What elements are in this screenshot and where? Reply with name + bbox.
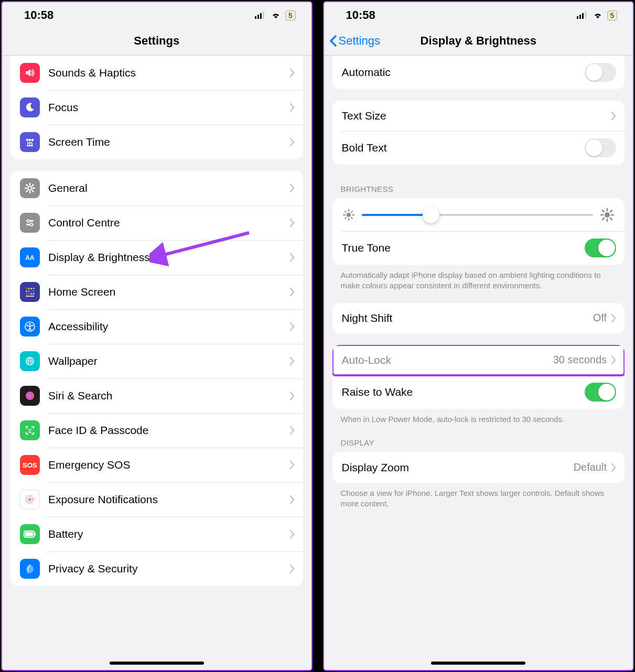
settings-item-screentime[interactable]: Screen Time: [10, 125, 303, 159]
chevron-left-icon: [329, 35, 338, 47]
chevron-right-icon: [289, 565, 295, 573]
sun-large-icon: [600, 208, 614, 222]
svg-line-17: [33, 185, 34, 186]
wifi-icon: [271, 12, 281, 19]
status-bar: 10:58 5: [2, 2, 311, 26]
svg-rect-34: [33, 293, 35, 295]
chevron-right-icon: [289, 322, 295, 331]
display-zoom-row[interactable]: Display Zoom Default: [332, 452, 625, 483]
text-size-row[interactable]: Text Size: [332, 101, 625, 131]
settings-item-focus[interactable]: Focus: [10, 90, 303, 125]
svg-line-16: [27, 191, 28, 192]
svg-rect-27: [26, 290, 27, 292]
settings-item-siri[interactable]: Siri & Search: [10, 378, 303, 413]
true-tone-row[interactable]: True Tone: [332, 231, 625, 265]
settings-item-wallpaper[interactable]: Wallpaper: [10, 344, 303, 378]
night-shift-group: Night Shift Off: [332, 303, 625, 333]
svg-point-9: [28, 187, 32, 190]
privacy-icon: [20, 559, 40, 579]
focus-icon: [20, 97, 40, 117]
chevron-right-icon: [289, 288, 295, 296]
bold-text-label: Bold Text: [342, 142, 387, 154]
raise-to-wake-toggle[interactable]: [585, 383, 616, 402]
cellular-icon: [255, 12, 266, 19]
display-zoom-group: Display Zoom Default: [332, 452, 625, 483]
settings-item-display[interactable]: AA Display & Brightness: [10, 240, 303, 275]
svg-point-41: [31, 361, 34, 364]
display-brightness-screen: 10:58 5 Settings Display & Brightness Au…: [323, 1, 634, 671]
svg-rect-4: [26, 139, 28, 141]
svg-point-44: [31, 429, 32, 430]
chevron-right-icon: [289, 392, 295, 400]
settings-item-control[interactable]: Control Centre: [10, 205, 303, 240]
svg-rect-23: [26, 288, 27, 289]
svg-rect-28: [28, 290, 30, 292]
navbar: Settings Display & Brightness: [324, 26, 633, 56]
chevron-right-icon: [289, 138, 295, 146]
chevron-right-icon: [289, 530, 295, 538]
home-indicator[interactable]: [110, 662, 204, 665]
svg-rect-32: [28, 293, 30, 295]
svg-rect-3: [263, 12, 264, 19]
settings-item-sounds[interactable]: Sounds & Haptics: [10, 56, 303, 90]
chevron-right-icon: [289, 357, 295, 365]
bold-text-row[interactable]: Bold Text: [332, 131, 625, 165]
settings-item-label: Siri & Search: [48, 389, 113, 402]
settings-item-access[interactable]: Accessibility: [10, 309, 303, 344]
raise-to-wake-label: Raise to Wake: [342, 386, 413, 398]
settings-group-2: General Control Centre AA Display & Brig…: [10, 171, 303, 586]
raise-to-wake-row[interactable]: Raise to Wake: [332, 375, 625, 409]
svg-point-21: [30, 223, 33, 226]
svg-line-72: [610, 210, 612, 212]
settings-item-label: Display & Brightness: [48, 251, 150, 264]
chevron-right-icon: [611, 314, 616, 322]
settings-item-label: Privacy & Security: [48, 562, 137, 575]
svg-rect-51: [577, 16, 578, 19]
night-shift-row[interactable]: Night Shift Off: [332, 303, 625, 333]
svg-text:AA: AA: [25, 254, 35, 262]
settings-item-general[interactable]: General: [10, 171, 303, 205]
wallpaper-icon: [20, 351, 40, 371]
night-shift-value: Off: [593, 312, 607, 324]
brightness-header: BRIGHTNESS: [324, 165, 633, 199]
back-button[interactable]: Settings: [329, 34, 381, 48]
settings-item-faceid[interactable]: Face ID & Passcode: [10, 413, 303, 448]
svg-point-45: [29, 498, 31, 501]
screentime-icon: [20, 132, 40, 152]
home-icon: [20, 282, 40, 302]
brightness-slider[interactable]: [362, 214, 594, 216]
settings-item-label: Emergency SOS: [48, 459, 130, 471]
svg-rect-31: [26, 293, 27, 295]
brightness-slider-row[interactable]: [332, 199, 625, 231]
settings-screen: 10:58 5 Settings Sounds & Haptics Focus …: [1, 1, 313, 671]
display-header: DISPLAY: [324, 425, 633, 452]
bold-text-toggle[interactable]: [585, 138, 616, 157]
home-indicator[interactable]: [431, 662, 525, 665]
automatic-toggle[interactable]: [585, 63, 616, 82]
wifi-icon: [593, 12, 603, 19]
display-settings-list[interactable]: Automatic Text Size Bold Text BRIGHTNESS: [324, 56, 633, 670]
settings-item-home[interactable]: Home Screen: [10, 275, 303, 309]
settings-item-privacy[interactable]: Privacy & Security: [10, 551, 303, 586]
svg-point-39: [29, 358, 31, 361]
svg-rect-26: [33, 288, 35, 289]
chevron-right-icon: [611, 356, 616, 364]
chevron-right-icon: [289, 184, 295, 192]
settings-list[interactable]: Sounds & Haptics Focus Screen Time Gener…: [2, 56, 311, 670]
svg-point-42: [26, 392, 34, 400]
exposure-icon: [20, 490, 40, 510]
auto-lock-row[interactable]: Auto-Lock 30 seconds: [332, 345, 625, 375]
settings-item-battery[interactable]: Battery: [10, 517, 303, 551]
svg-rect-25: [30, 288, 32, 289]
true-tone-toggle[interactable]: [585, 239, 616, 257]
svg-rect-35: [26, 296, 34, 297]
svg-line-60: [345, 211, 346, 212]
settings-item-label: Wallpaper: [48, 355, 98, 367]
automatic-row[interactable]: Automatic: [332, 56, 625, 89]
raise-footer: When in Low Power Mode, auto-lock is res…: [324, 409, 633, 425]
settings-item-sos[interactable]: SOS Emergency SOS: [10, 448, 303, 482]
settings-item-exposure[interactable]: Exposure Notifications: [10, 482, 303, 517]
svg-rect-6: [31, 139, 34, 141]
battery-icon: [20, 524, 40, 544]
faceid-icon: [20, 420, 40, 440]
